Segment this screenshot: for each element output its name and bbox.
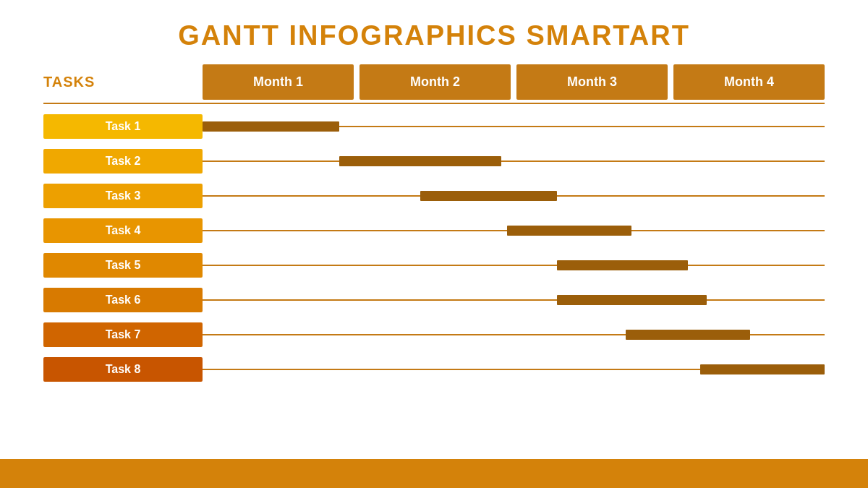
tasks-label: TASKS (43, 74, 203, 90)
task-bar-area-7 (203, 320, 825, 350)
table-row: Task 3 (43, 181, 825, 211)
task-bar-3 (420, 191, 557, 201)
table-row: Task 4 (43, 215, 825, 246)
task-bar-area-5 (203, 250, 825, 281)
month-header-4: Month 4 (673, 64, 825, 100)
task-label-1: Task 1 (43, 114, 203, 139)
gantt-header: TASKS Month 1Month 2Month 3Month 4 (43, 64, 825, 100)
task-line-2 (203, 160, 825, 162)
task-bar-4 (507, 226, 631, 236)
table-row: Task 2 (43, 146, 825, 176)
task-bar-area-2 (203, 146, 825, 176)
task-bar-2 (339, 156, 501, 166)
month-header-1: Month 1 (203, 64, 354, 100)
gantt-rows: Task 1Task 2Task 3Task 4Task 5Task 6Task… (43, 111, 825, 385)
task-bar-7 (626, 330, 750, 340)
task-label-4: Task 4 (43, 218, 203, 243)
table-row: Task 8 (43, 354, 825, 385)
task-label-6: Task 6 (43, 288, 203, 312)
task-label-3: Task 3 (43, 184, 203, 208)
table-row: Task 6 (43, 285, 825, 315)
task-label-2: Task 2 (43, 149, 203, 174)
month-header-2: Month 2 (359, 64, 511, 100)
footer-bar (0, 459, 868, 488)
task-label-7: Task 7 (43, 322, 203, 347)
table-row: Task 7 (43, 320, 825, 350)
gantt-divider (43, 103, 825, 104)
task-label-8: Task 8 (43, 357, 203, 382)
task-bar-1 (203, 121, 339, 132)
task-bar-area-6 (203, 285, 825, 315)
table-row: Task 5 (43, 250, 825, 281)
task-bar-area-3 (203, 181, 825, 211)
table-row: Task 1 (43, 111, 825, 142)
task-line-6 (203, 299, 825, 301)
page-title: GANTT INFOGRAPHICS SMARTART (0, 0, 868, 64)
task-bar-area-8 (203, 354, 825, 385)
gantt-container: TASKS Month 1Month 2Month 3Month 4 Task … (0, 64, 868, 385)
task-bar-area-1 (203, 111, 825, 142)
task-bar-5 (557, 260, 688, 270)
task-line-5 (203, 265, 825, 266)
month-header-3: Month 3 (516, 64, 668, 100)
task-bar-8 (700, 364, 825, 374)
task-bar-area-4 (203, 215, 825, 246)
month-headers: Month 1Month 2Month 3Month 4 (203, 64, 825, 100)
task-label-5: Task 5 (43, 253, 203, 278)
task-bar-6 (557, 295, 706, 305)
